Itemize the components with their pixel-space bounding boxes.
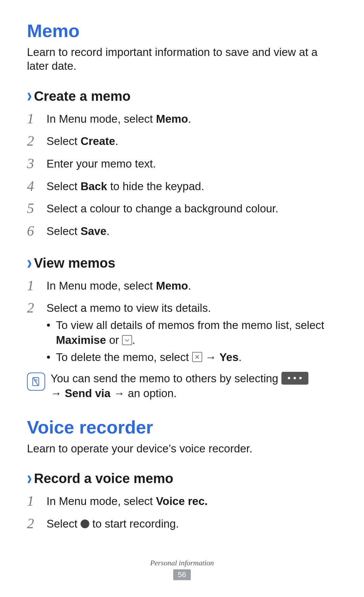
more-options-icon [281,372,308,385]
bullet-text: To delete the memo, select → Yes. [56,350,242,365]
view-memos-steps: 1 In Menu mode, select Memo. 2 Select a … [27,275,337,367]
step-number: 1 [27,491,43,511]
subhead-label: Record a voice memo [34,471,174,486]
step-text: In Menu mode, select Memo. [47,112,191,127]
step: 3 Enter your memo text. [27,153,337,173]
step-number: 2 [27,131,43,151]
step-number: 2 [27,298,43,318]
note-block: You can send the memo to others by selec… [27,371,337,401]
step: 1 In Menu mode, select Voice rec. [27,491,337,510]
step-text: Select Save. [47,224,110,239]
step-text: Select a colour to change a background c… [47,201,278,216]
chevron-icon: › [27,86,32,105]
create-memo-steps: 1 In Menu mode, select Memo. 2 Select Cr… [27,109,337,240]
record-voice-steps: 1 In Menu mode, select Voice rec. 2 Sele… [27,491,337,532]
section-title-memo: Memo [27,20,337,41]
voice-intro: Learn to operate your device’s voice rec… [27,442,337,455]
step-number: 6 [27,221,43,241]
step-text: Select Back to hide the keypad. [47,179,204,194]
bullet-icon: • [47,350,56,365]
svg-line-3 [33,378,38,386]
note-text: You can send the memo to others by selec… [51,371,308,401]
step-number: 2 [27,514,43,533]
step-text: In Menu mode, select Memo. [47,278,191,294]
chevron-icon: › [27,468,32,487]
step-number: 3 [27,154,43,173]
delete-icon [192,352,202,362]
bullet-icon: • [47,318,56,333]
list-item: • To delete the memo, select → Yes. [47,350,337,365]
memo-intro: Learn to record important information to… [27,45,337,73]
record-icon [81,519,89,528]
page-number: 56 [173,569,191,580]
step-text: In Menu mode, select Voice rec. [47,494,208,509]
step: 4 Select Back to hide the keypad. [27,176,337,195]
bullet-text: To view all details of memos from the me… [56,318,337,348]
step: 6 Select Save. [27,221,337,240]
step-text: Select to start recording. [47,516,179,532]
step-number: 5 [27,199,43,218]
subhead-label: View memos [34,256,116,271]
step-text: Enter your memo text. [47,156,156,172]
footer-chapter: Personal information [27,559,337,567]
step-number: 1 [27,276,43,295]
list-item: • To view all details of memos from the … [47,318,337,348]
subhead-record-voice-memo: › Record a voice memo [27,471,337,486]
step: 2 Select Create. [27,131,337,150]
page-footer: Personal information 56 [27,559,337,580]
step: 1 In Menu mode, select Memo. [27,109,337,128]
section-title-voice-recorder: Voice recorder [27,417,337,438]
note-icon [27,372,45,391]
step: 1 In Menu mode, select Memo. [27,275,337,295]
step-text: Select a memo to view its details. [47,302,211,314]
expand-icon [122,335,132,345]
subhead-label: Create a memo [34,89,131,104]
subhead-view-memos: › View memos [27,256,337,271]
chevron-icon: › [27,253,32,272]
step: 2 Select to start recording. [27,513,337,533]
manual-page: Memo Learn to record important informati… [27,20,337,584]
step: 2 Select a memo to view its details. • T… [27,298,337,367]
subhead-create-memo: › Create a memo [27,89,337,104]
step-number: 1 [27,109,43,128]
step-number: 4 [27,177,43,196]
bullet-list: • To view all details of memos from the … [47,318,337,365]
step: 5 Select a colour to change a background… [27,198,337,217]
step-text: Select Create. [47,134,118,149]
